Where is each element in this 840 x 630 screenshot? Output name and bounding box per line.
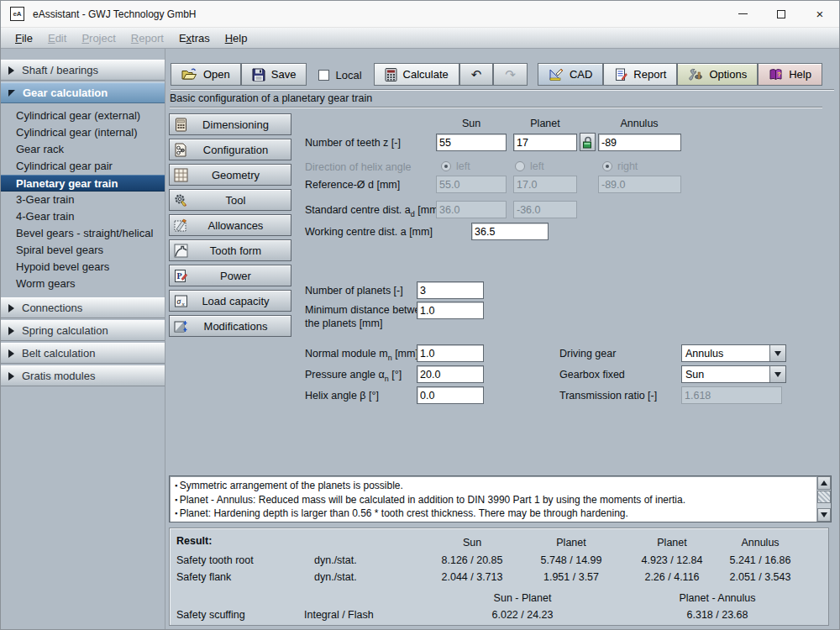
teeth-sun-input[interactable] <box>436 134 507 151</box>
close-icon: × <box>816 8 824 20</box>
sidebar-item-cylindrical-internal[interactable]: Cylindrical gear (internal) <box>1 124 165 141</box>
min-distance-label-line1: Minimum distance between <box>305 304 432 316</box>
geometry-button[interactable]: Geometry <box>169 164 291 186</box>
sidebar-section-shaft-bearings[interactable]: Shaft / bearings <box>1 60 165 81</box>
scroll-up-icon[interactable] <box>817 476 831 490</box>
normal-module-input[interactable] <box>417 344 484 362</box>
pressure-angle-input[interactable] <box>417 365 484 383</box>
help-button[interactable]: ? Help <box>758 63 822 86</box>
num-planets-input[interactable] <box>417 281 484 299</box>
report-button[interactable]: Report <box>603 63 677 86</box>
working-centre-label: Working centre dist. a [mm] <box>305 226 433 238</box>
sidebar: Shaft / bearings Gear calculation Cylind… <box>1 49 165 629</box>
reference-d-sun-field <box>436 176 507 193</box>
menu-bar: File Edit Project Report Extras Help <box>1 28 839 49</box>
teeth-annulus-input[interactable] <box>598 134 681 151</box>
chevron-down-icon[interactable] <box>769 345 785 361</box>
app-icon: eA <box>10 7 24 21</box>
transmission-ratio-field <box>681 386 782 404</box>
sidebar-item-spiral-bevel-gears[interactable]: Spiral bevel gears <box>1 242 165 259</box>
local-checkbox[interactable] <box>318 70 329 81</box>
scrollbar-thumb[interactable] <box>817 491 831 503</box>
column-header-planet: Planet <box>513 118 577 129</box>
chevron-down-icon[interactable] <box>769 366 785 382</box>
calculator-icon <box>172 116 189 133</box>
sidebar-item-3-gear-train[interactable]: 3-Gear train <box>1 192 165 208</box>
scroll-down-icon[interactable] <box>817 508 831 522</box>
result-row-type: dyn./stat. <box>314 554 357 566</box>
helix-annulus-right-radio: right <box>602 160 638 172</box>
open-button[interactable]: Open <box>171 63 241 86</box>
configuration-button[interactable]: Configuration <box>169 139 291 160</box>
page-title: Basic configuration of a planetary gear … <box>170 92 372 104</box>
menu-file[interactable]: File <box>8 29 40 47</box>
reference-d-annulus-field <box>598 176 681 193</box>
sidebar-item-cylindrical-pair[interactable]: Cylindrical gear pair <box>1 158 165 175</box>
helix-planet-left-radio: left <box>515 160 544 172</box>
menu-extras[interactable]: Extras <box>171 29 218 47</box>
cad-button[interactable]: CAD <box>538 63 603 86</box>
calculator-icon <box>385 68 397 81</box>
helix-sun-left-radio: left <box>441 160 470 172</box>
result-row-label: Safety flank <box>176 571 231 583</box>
scuffing-col-planet-annulus: Planet - Annulus <box>650 592 785 604</box>
result-value: 2.044 / 3.713 <box>422 571 522 583</box>
sidebar-section-connections[interactable]: Connections <box>1 297 165 318</box>
ruler-pencil-icon <box>172 217 189 234</box>
report-document-icon <box>614 68 627 81</box>
undo-icon: ↶ <box>471 67 482 82</box>
working-centre-input[interactable] <box>471 223 549 240</box>
sidebar-item-bevel-gears[interactable]: Bevel gears - straight/helical <box>1 225 165 242</box>
load-capacity-button[interactable]: σx Load capacity <box>169 290 291 312</box>
driving-gear-dropdown[interactable]: Annulus <box>681 344 786 362</box>
svg-text:P: P <box>176 271 181 281</box>
sidebar-item-gear-rack[interactable]: Gear rack <box>1 141 165 158</box>
scuffing-value-planet-annulus: 6.318 / 23.68 <box>650 609 785 621</box>
svg-text:?: ? <box>777 71 781 78</box>
undo-button[interactable]: ↶ <box>459 63 494 86</box>
results-panel: Result: Sun Planet Planet Annulus Safety… <box>169 528 829 626</box>
messages-scrollbar[interactable] <box>816 476 831 522</box>
gearbox-fixed-dropdown[interactable]: Sun <box>681 365 786 383</box>
maximize-icon <box>777 10 785 18</box>
sidebar-section-spring-calculation[interactable]: Spring calculation <box>1 320 165 341</box>
tooth-form-button[interactable]: Tooth form <box>169 239 291 261</box>
chevron-right-icon <box>8 304 14 312</box>
helix-angle-input[interactable] <box>417 386 484 404</box>
allowances-button[interactable]: Allowances <box>169 214 291 236</box>
sidebar-item-cylindrical-external[interactable]: Cylindrical gear (external) <box>1 108 165 124</box>
sidebar-gear-items: Cylindrical gear (external) Cylindrical … <box>1 105 165 297</box>
close-button[interactable]: × <box>801 1 839 28</box>
chevron-right-icon <box>8 372 14 381</box>
lock-button[interactable] <box>580 133 596 151</box>
result-value: 1.951 / 3.57 <box>521 571 622 583</box>
result-value: 8.126 / 20.85 <box>422 554 522 566</box>
sidebar-section-belt-calculation[interactable]: Belt calculation <box>1 343 165 364</box>
scuffing-col-sun-planet: Sun - Planet <box>459 592 585 604</box>
unlock-icon <box>582 136 593 149</box>
sidebar-item-planetary-gear-train[interactable]: Planetary gear train <box>1 175 165 192</box>
min-distance-input[interactable] <box>417 302 484 319</box>
save-button[interactable]: Save <box>241 63 307 86</box>
app-window: eA eAssistant - GWJ Technology GmbH × Fi… <box>0 0 840 630</box>
power-button[interactable]: P Power <box>169 265 291 286</box>
sidebar-section-gear-calculation[interactable]: Gear calculation <box>1 82 165 103</box>
dimensioning-button[interactable]: Dimensioning <box>169 113 291 135</box>
sidebar-section-gratis-modules[interactable]: Gratis modules <box>1 365 165 386</box>
options-button[interactable]: Options <box>677 63 758 86</box>
radio-icon <box>602 161 612 171</box>
calculate-button[interactable]: Calculate <box>374 63 459 86</box>
maximize-button[interactable] <box>762 1 801 28</box>
sidebar-item-worm-gears[interactable]: Worm gears <box>1 276 165 292</box>
menu-help[interactable]: Help <box>218 29 255 47</box>
sidebar-item-hypoid-bevel-gears[interactable]: Hypoid bevel gears <box>1 259 165 276</box>
tooth-form-icon <box>172 242 189 259</box>
sidebar-item-4-gear-train[interactable]: 4-Gear train <box>1 208 165 225</box>
minimize-button[interactable] <box>723 1 762 28</box>
result-row-type: dyn./stat. <box>314 571 357 583</box>
tool-button[interactable]: Tool <box>169 189 291 211</box>
teeth-planet-input[interactable] <box>513 134 577 151</box>
messages-list: Symmetric arrangement of the planets is … <box>170 476 816 522</box>
modifications-button[interactable]: Modifications <box>169 315 291 337</box>
local-checkbox-label: Local <box>335 69 361 81</box>
